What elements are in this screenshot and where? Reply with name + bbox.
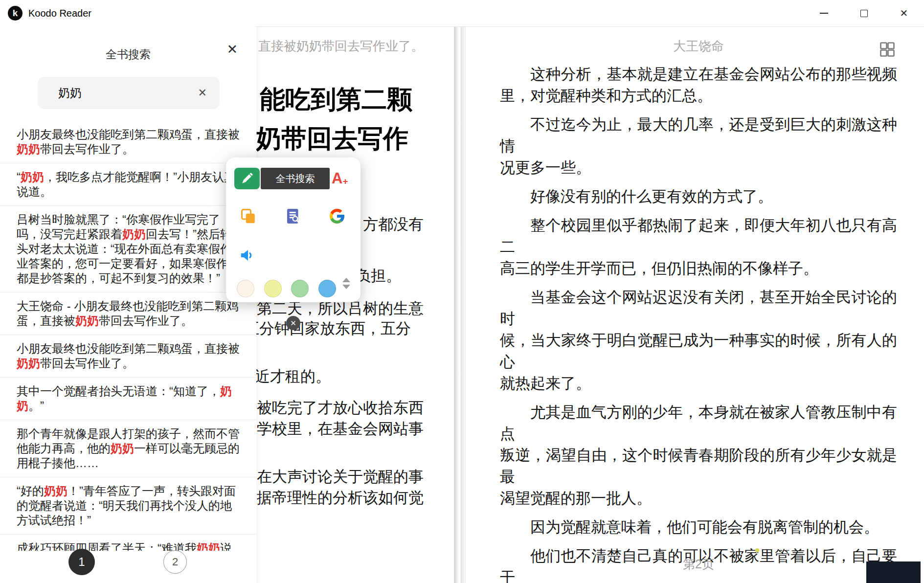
app-title: Koodo Reader [28, 8, 91, 19]
search-result-item[interactable]: 那个青年就像是跟人打架的孩子，然而不管他能力再高，他的奶奶一样可以毫无顾忌的用棍… [0, 420, 256, 477]
chevron-down-icon [342, 285, 350, 289]
dictionary-icon [284, 207, 302, 225]
selection-popup: 全书搜索 A + [226, 157, 361, 302]
close-button[interactable]: ✕ [884, 0, 924, 26]
paragraph: 整个校园里似乎都热闹了起来，即便大年初八也只有高二高三的学生开学而已，但仍旧热闹… [500, 215, 897, 279]
paragraph-line: 高三的学生开学而已，但仍旧热闹的不像样子。 [500, 258, 897, 279]
paragraph-line: 这种分析，基本就是建立在基金会网站公布的那些视频 [500, 64, 897, 85]
popup-tooltip: 全书搜索 [261, 168, 330, 189]
paragraph-line: 因为觉醒就意味着，他们可能会有脱离管制的机会。 [500, 516, 897, 538]
search-result-item[interactable]: 成秋巧环顾四周看了半天：“难道我奶奶说的是真的？” [0, 535, 256, 551]
left-page-text-fragment: 五分钟回家放东西，五分 [244, 318, 411, 339]
left-page-text-fragment: 人在大声讨论关于觉醒的事 [242, 467, 424, 487]
book-spine [454, 27, 466, 583]
paragraph: 当基金会这个网站迟迟没有关闭，甚至开始全民讨论的时候，当大家终于明白觉醒已成为一… [500, 287, 897, 394]
search-input[interactable] [38, 86, 193, 100]
chevron-up-icon [342, 278, 350, 282]
page-layout-button[interactable] [879, 41, 897, 59]
left-page-text-fragment: 数据帝理性的分析该如何觉 [242, 488, 424, 508]
minimize-button[interactable] [804, 0, 844, 26]
paragraph-line: 叛逆，渴望自由，这个时候青春期阶段的所有少年少女就是最 [500, 445, 897, 488]
paragraph: 因为觉醒就意味着，他们可能会有脱离管制的机会。 [500, 516, 897, 538]
search-result-item[interactable]: 小朋友最终也没能吃到第二颗鸡蛋，直接被奶奶带回去写作业了。 [0, 121, 256, 163]
paragraph-line: 当基金会这个网站迟迟没有关闭，甚至开始全民讨论的时 [500, 287, 897, 330]
corner-overlay [866, 561, 921, 583]
minimize-icon [820, 13, 828, 14]
close-icon: ✕ [290, 319, 296, 328]
pagination-page-1[interactable]: 1 [68, 549, 95, 575]
paragraph-line: 好像没有别的什么更有效的方式了。 [500, 186, 897, 207]
copy-button[interactable] [239, 206, 258, 226]
titlebar: k Koodo Reader ✕ [0, 0, 924, 26]
search-result-item[interactable]: 吕树当时脸就黑了：“你寒假作业写完了吗，没写完赶紧跟着奶奶回去写！”然后转头对老… [0, 206, 256, 292]
right-page-text: 这种分析，基本就是建立在基金会网站公布的那些视频里，对觉醒种类和方式的汇总。不过… [500, 64, 897, 583]
search-result-item[interactable]: 大王饶命 - 小朋友最终也没能吃到第二颗鸡蛋，直接被奶奶带回去写作业了。 [0, 292, 256, 335]
highlight-dot [755, 548, 759, 552]
google-search-button[interactable] [327, 206, 347, 226]
paragraph-line: 里，对觉醒种类和方式的汇总。 [500, 85, 897, 107]
paragraph: 这种分析，基本就是建立在基金会网站公布的那些视频里，对觉醒种类和方式的汇总。 [500, 64, 897, 107]
left-page-text-fragment: 负担。 [356, 266, 401, 286]
chapter-title-line-2: 奶带回去写作 [256, 122, 408, 156]
paragraph: 尤其是血气方刚的少年，本身就在被家人管教压制中有点叛逆，渴望自由，这个时候青春期… [500, 402, 897, 509]
search-results-list: 小朋友最终也没能吃到第二颗鸡蛋，直接被奶奶带回去写作业了。“奶奶，我吃多点才能觉… [0, 121, 256, 551]
grid-icon [879, 41, 896, 58]
highlight-color-option[interactable] [291, 280, 309, 297]
left-page-text-fragment: 方都没有 [363, 214, 424, 235]
dictionary-button[interactable] [283, 206, 303, 226]
clear-search-icon[interactable]: ✕ [193, 87, 220, 99]
pagination-page-2[interactable]: 2 [163, 550, 187, 574]
maximize-icon [860, 10, 868, 17]
paragraph: 好像没有别的什么更有效的方式了。 [500, 186, 897, 207]
speaker-icon [239, 246, 257, 265]
search-result-item[interactable]: 其中一个觉醒者抬头无语道：“知道了，奶奶。” [0, 378, 256, 420]
highlight-pen-button[interactable] [234, 168, 260, 189]
paragraph-line: 尤其是血气方刚的少年，本身就在被家人管教压制中有点 [500, 402, 897, 445]
highlight-color-option[interactable] [237, 280, 254, 297]
right-page: 大王饶命 这种分析，基本就是建立在基金会网站公布的那些视频里，对觉醒种类和方式的… [466, 27, 924, 583]
maximize-button[interactable] [844, 0, 884, 26]
highlight-color-option[interactable] [264, 280, 282, 297]
app-logo-icon: k [8, 6, 23, 21]
paragraph-line: 不过迄今为止，最大的几率，还是受到巨大的刺激这种情 [500, 114, 897, 157]
paragraph: 不过迄今为止，最大的几率，还是受到巨大的刺激这种情况更多一些。 [500, 114, 897, 179]
search-result-item[interactable]: “奶奶，我吃多点才能觉醒啊！”小朋友认真说道。 [0, 163, 256, 206]
close-icon: ✕ [900, 8, 908, 18]
chapter-title-line-1: 能吃到第二颗 [260, 83, 412, 117]
paragraph-line: 整个校园里似乎都热闹了起来，即便大年初八也只有高二 [500, 215, 897, 258]
translate-a-label: A [332, 170, 342, 187]
copy-icon [240, 207, 257, 225]
paragraph-line: 就热起来了。 [500, 373, 897, 394]
search-result-item[interactable]: “好的奶奶！”青年答应了一声，转头跟对面的觉醒者说道：“明天我们再找个没人的地方… [0, 477, 256, 535]
search-result-item[interactable]: 小朋友最终也没能吃到第二颗鸡蛋，直接被奶奶带回去写作业了。 [0, 335, 256, 378]
page-number: 第2页 [500, 556, 897, 572]
left-page-text-fragment: 的学校里，在基金会网站事 [242, 419, 424, 439]
search-panel: 全书搜索 ✕ ✕ 小朋友最终也没能吃到第二颗鸡蛋，直接被奶奶带回去写作业了。“奶… [0, 26, 256, 583]
dismiss-selection-button[interactable]: ✕ [286, 316, 300, 330]
paragraph-line: 况更多一些。 [500, 157, 897, 179]
translate-button[interactable]: A + [332, 168, 348, 189]
paragraph-line: 渴望觉醒的那一批人。 [500, 488, 897, 509]
window-controls: ✕ [804, 0, 924, 26]
left-page-text-fragment: 经被吃完了才放心收拾东西 [242, 398, 424, 418]
left-page-running-header: 直接被奶奶带回去写作业了。 [258, 38, 424, 55]
search-panel-close-button[interactable]: ✕ [226, 43, 238, 56]
right-page-running-header: 大王饶命 [500, 38, 897, 55]
search-panel-title: 全书搜索 [0, 47, 256, 62]
text-to-speech-button[interactable] [238, 246, 258, 265]
pen-icon [241, 172, 253, 185]
translate-plus-label: + [342, 176, 348, 187]
paragraph-line: 候，当大家终于明白觉醒已成为一种事实的时候，所有人的心 [500, 330, 897, 373]
google-icon [328, 207, 346, 225]
search-box[interactable]: ✕ [38, 77, 220, 109]
highlight-color-option[interactable] [318, 280, 336, 297]
color-scroll-arrows[interactable] [342, 278, 350, 289]
